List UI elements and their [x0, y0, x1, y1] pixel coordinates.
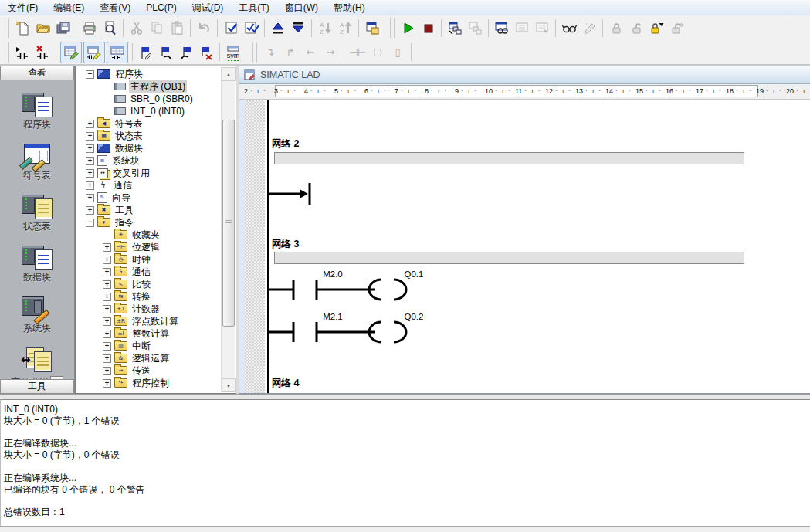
toolbar-grip[interactable] — [252, 42, 257, 63]
print-button[interactable] — [80, 18, 100, 38]
tree-item[interactable]: +▦状态表 — [76, 130, 222, 142]
unlock-button[interactable] — [626, 18, 646, 38]
next-bookmark-button[interactable] — [156, 42, 176, 63]
sort-ascending-button[interactable]: AZ — [315, 18, 335, 38]
toolbar-grip[interactable] — [390, 18, 395, 38]
lad-title-bar[interactable]: SIMATIC LAD — [239, 66, 810, 84]
tree-item[interactable]: +<比较 — [76, 278, 222, 290]
insert-box-button[interactable] — [388, 42, 408, 63]
expand-box-icon[interactable]: + — [86, 169, 94, 178]
expand-box-icon[interactable]: + — [86, 120, 94, 128]
expand-box-icon[interactable]: + — [103, 256, 111, 264]
tree-item[interactable]: +±I整数计算 — [76, 327, 222, 340]
tree-item[interactable]: +→传送 — [76, 364, 222, 377]
pause-program-status-button[interactable] — [465, 18, 485, 38]
status-glasses-button[interactable] — [559, 18, 579, 38]
undo-button[interactable] — [194, 18, 214, 38]
insert-contact-button[interactable] — [347, 42, 368, 63]
line-up-button[interactable] — [280, 42, 300, 63]
expand-box-icon[interactable]: + — [103, 354, 111, 363]
tree-item[interactable]: +ϟ通信 — [76, 179, 222, 191]
sidebar-header-view[interactable]: 查看 — [0, 66, 74, 80]
expand-box-icon[interactable]: + — [103, 379, 111, 388]
network-4-label[interactable]: 网络 4 — [272, 377, 299, 390]
menu-item[interactable]: 调试(D) — [185, 1, 232, 15]
network-3-comment-bar[interactable] — [274, 252, 744, 264]
single-read-button[interactable] — [532, 18, 552, 38]
expand-box-icon[interactable]: + — [86, 181, 94, 190]
scroll-up-arrow[interactable]: ▲ — [222, 67, 236, 81]
expand-box-icon[interactable]: + — [86, 194, 94, 202]
compile-all-button[interactable] — [241, 18, 261, 38]
tree-item[interactable]: +✖工具 — [76, 204, 222, 216]
expand-box-icon[interactable]: + — [103, 342, 111, 351]
tree-item[interactable]: +≡系统块 — [76, 154, 222, 167]
cut-button[interactable] — [127, 18, 147, 38]
expand-box-icon[interactable]: + — [103, 330, 111, 338]
line-right-button[interactable] — [320, 42, 341, 63]
sidebar-footer-tools[interactable]: 工具 — [0, 379, 74, 394]
tree-item[interactable]: +✎向导 — [76, 191, 222, 204]
expand-box-icon[interactable]: + — [103, 293, 111, 301]
clear-bookmarks-button[interactable] — [196, 42, 216, 63]
tree-item[interactable]: +ϟ通信 — [76, 266, 222, 278]
tree-item[interactable]: +◀符号表 — [76, 117, 222, 130]
menu-item[interactable]: 编辑(E) — [46, 1, 92, 15]
insert-coil-button[interactable] — [368, 42, 388, 63]
line-down-button[interactable] — [260, 42, 280, 63]
symbol-table-view-button[interactable] — [223, 42, 243, 63]
menu-item[interactable]: PLC(P) — [138, 2, 184, 14]
view-pou-comments-toggle[interactable] — [60, 42, 82, 63]
sidebar-item-status-chart[interactable]: 状态表 — [0, 192, 74, 233]
insert-network-button[interactable] — [12, 42, 32, 63]
collapse-box-icon[interactable]: − — [86, 219, 94, 227]
expand-box-icon[interactable]: + — [103, 268, 111, 276]
tree-item[interactable]: INT_0 (INT0) — [76, 105, 222, 117]
program-status-button[interactable] — [445, 18, 465, 38]
lock-button[interactable] — [606, 18, 626, 38]
menu-item[interactable]: 帮助(H) — [326, 1, 373, 15]
sort-descending-button[interactable]: AZ — [335, 18, 355, 38]
menu-item[interactable]: 文件(F) — [0, 1, 46, 15]
upload-button[interactable] — [268, 18, 288, 38]
collapse-box-icon[interactable]: − — [86, 70, 94, 79]
open-folder-button[interactable] — [32, 18, 53, 38]
tree-item[interactable]: −程序块 — [76, 68, 222, 80]
line-left-button[interactable] — [300, 42, 320, 63]
force-pointer-button[interactable] — [579, 18, 599, 38]
print-preview-button[interactable] — [100, 18, 120, 38]
tree-item[interactable]: SBR_0 (SBR0) — [76, 93, 222, 105]
sidebar-item-symbol-table[interactable]: 符号表 — [0, 141, 74, 182]
tree-item[interactable]: +◷时钟 — [76, 253, 222, 266]
expand-box-icon[interactable]: + — [86, 157, 94, 165]
view-symbol-info-table-toggle[interactable] — [107, 42, 128, 63]
scroll-down-arrow[interactable]: ▼ — [222, 378, 236, 392]
expand-box-icon[interactable]: + — [86, 144, 94, 153]
tree-item[interactable]: +▥中断 — [76, 340, 222, 352]
lad-canvas[interactable]: 网络 2 网络 3 M2.0 Q0.1 — [239, 100, 810, 393]
menu-item[interactable]: 工具(T) — [231, 1, 276, 15]
menu-item[interactable]: 查看(V) — [92, 1, 138, 15]
options-button[interactable] — [362, 18, 382, 38]
tree-item[interactable]: +±R浮点数计算 — [76, 315, 222, 327]
expand-box-icon[interactable]: + — [86, 132, 94, 141]
sidebar-item-data-block[interactable]: 数据块 — [0, 243, 74, 284]
toolbar-grip[interactable] — [5, 42, 9, 63]
expand-box-icon[interactable]: + — [103, 305, 111, 313]
expand-box-icon[interactable]: + — [86, 206, 94, 215]
tree-item[interactable]: −▾指令 — [76, 216, 222, 229]
tree-item[interactable]: +↷程序控制 — [76, 377, 222, 389]
tree-item[interactable]: 主程序 (OB1) — [76, 80, 222, 93]
rung-contact-coil[interactable] — [267, 320, 408, 344]
toolbar-grip[interactable] — [5, 18, 9, 38]
expand-box-icon[interactable]: + — [103, 243, 111, 252]
copy-button[interactable] — [147, 18, 167, 38]
expand-box-icon[interactable]: + — [103, 317, 111, 326]
network-2-comment-bar[interactable] — [274, 152, 744, 164]
new-file-button[interactable] — [12, 18, 32, 38]
tree-scrollbar[interactable]: ▲ ▼ — [221, 67, 235, 392]
password-lock-button[interactable] — [646, 18, 666, 38]
tree-item[interactable]: +&逻辑运算 — [76, 352, 222, 364]
tree-item[interactable]: +↔交叉引用 — [76, 167, 222, 179]
tree-item[interactable]: ++1计数器 — [76, 303, 222, 315]
